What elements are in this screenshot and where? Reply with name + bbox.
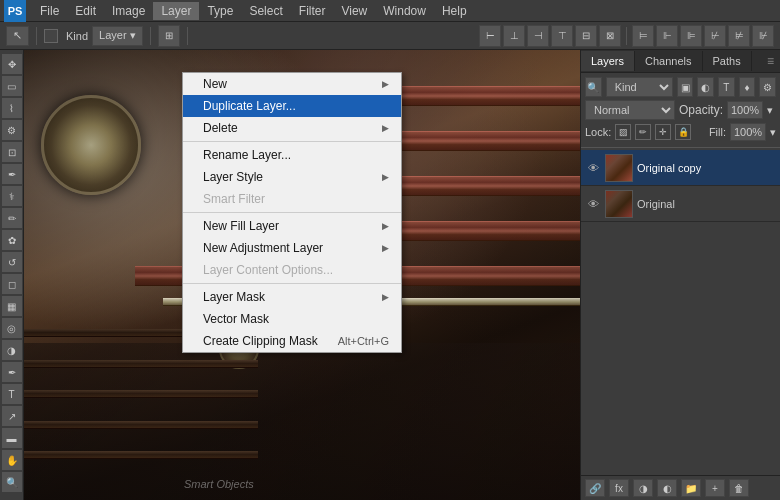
lock-position-btn[interactable]: ✛ xyxy=(655,124,671,140)
layer-item-original-copy[interactable]: 👁 Original copy xyxy=(581,150,780,186)
menu-file[interactable]: File xyxy=(32,2,67,20)
menu-type[interactable]: Type xyxy=(199,2,241,20)
layer-item-original[interactable]: 👁 Original xyxy=(581,186,780,222)
link-layers-btn[interactable]: 🔗 xyxy=(585,479,605,497)
menu-item-style[interactable]: Layer Style ▶ xyxy=(183,166,401,188)
align-top-btn[interactable]: ⊤ xyxy=(551,25,573,47)
menu-item-new[interactable]: New ▶ xyxy=(183,73,401,95)
menu-item-layer-mask[interactable]: Layer Mask ▶ xyxy=(183,286,401,308)
menu-item-rename[interactable]: Rename Layer... xyxy=(183,144,401,166)
delete-layer-btn[interactable]: 🗑 xyxy=(729,479,749,497)
dodge-tool[interactable]: ◑ xyxy=(2,340,22,360)
menu-item-delete[interactable]: Delete ▶ xyxy=(183,117,401,139)
kind-select[interactable]: Kind xyxy=(606,77,673,97)
distribute-left-btn[interactable]: ⊨ xyxy=(632,25,654,47)
path-select-tool[interactable]: ↗ xyxy=(2,406,22,426)
new-adjustment-btn[interactable]: ◐ xyxy=(657,479,677,497)
fill-dropdown-arrow[interactable]: ▾ xyxy=(770,126,776,139)
layer-list: 👁 Original copy 👁 Original xyxy=(581,150,780,475)
menu-item-duplicate-label: Duplicate Layer... xyxy=(203,99,296,113)
lasso-tool[interactable]: ⌇ xyxy=(2,98,22,118)
blend-mode-select[interactable]: Normal xyxy=(585,100,675,120)
menu-item-delete-label: Delete xyxy=(203,121,238,135)
auto-select-checkbox[interactable] xyxy=(44,29,58,43)
align-middle-btn[interactable]: ⊟ xyxy=(575,25,597,47)
gradient-tool[interactable]: ▦ xyxy=(2,296,22,316)
heal-tool[interactable]: ⚕ xyxy=(2,186,22,206)
distribute-middle-btn[interactable]: ⊭ xyxy=(728,25,750,47)
clone-tool[interactable]: ✿ xyxy=(2,230,22,250)
move-tool[interactable]: ✥ xyxy=(2,54,22,74)
menu-sep-2 xyxy=(183,212,401,213)
eyedropper-tool[interactable]: ✒ xyxy=(2,164,22,184)
layer-visibility-original-copy[interactable]: 👁 xyxy=(585,160,601,176)
menu-layer[interactable]: Layer xyxy=(153,2,199,20)
layer-thumb-inner-original-copy xyxy=(606,155,632,181)
shape-tool[interactable]: ▬ xyxy=(2,428,22,448)
distribute-right-btn[interactable]: ⊫ xyxy=(680,25,702,47)
align-right-btn[interactable]: ⊣ xyxy=(527,25,549,47)
blur-tool[interactable]: ◎ xyxy=(2,318,22,338)
history-tool[interactable]: ↺ xyxy=(2,252,22,272)
menu-item-delete-arrow: ▶ xyxy=(382,123,389,133)
menu-select[interactable]: Select xyxy=(241,2,290,20)
menu-filter[interactable]: Filter xyxy=(291,2,334,20)
filter-smart-btn[interactable]: ⚙ xyxy=(759,77,776,97)
menu-help[interactable]: Help xyxy=(434,2,475,20)
tab-channels[interactable]: Channels xyxy=(635,51,702,71)
filter-shape-btn[interactable]: ♦ xyxy=(739,77,756,97)
marquee-tool[interactable]: ▭ xyxy=(2,76,22,96)
crop-tool[interactable]: ⊡ xyxy=(2,142,22,162)
menu-item-duplicate[interactable]: Duplicate Layer... xyxy=(183,95,401,117)
menu-window[interactable]: Window xyxy=(375,2,434,20)
filter-adjust-btn[interactable]: ◐ xyxy=(697,77,714,97)
show-transform-btn[interactable]: ⊞ xyxy=(158,25,180,47)
panel-divider xyxy=(581,147,780,148)
menu-item-new-arrow: ▶ xyxy=(382,79,389,89)
toolbar-separator-4 xyxy=(626,27,627,45)
new-layer-btn[interactable]: + xyxy=(705,479,725,497)
layer-visibility-original[interactable]: 👁 xyxy=(585,196,601,212)
panel-expand-btn[interactable]: ≡ xyxy=(761,50,780,72)
opacity-input[interactable] xyxy=(727,101,763,119)
menu-image[interactable]: Image xyxy=(104,2,153,20)
filter-pixel-btn[interactable]: ▣ xyxy=(677,77,694,97)
menu-item-adjustment[interactable]: New Adjustment Layer ▶ xyxy=(183,237,401,259)
menu-view[interactable]: View xyxy=(333,2,375,20)
menu-item-clipping-mask[interactable]: Create Clipping Mask Alt+Ctrl+G xyxy=(183,330,401,352)
align-icons: ⊢ ⊥ ⊣ ⊤ ⊟ ⊠ ⊨ ⊩ ⊫ ⊬ ⊭ ⊮ xyxy=(479,25,774,47)
distribute-center-btn[interactable]: ⊩ xyxy=(656,25,678,47)
lock-all-btn[interactable]: 🔒 xyxy=(675,124,691,140)
add-style-btn[interactable]: fx xyxy=(609,479,629,497)
menu-item-fill-layer[interactable]: New Fill Layer ▶ xyxy=(183,215,401,237)
auto-select-type[interactable]: Layer ▾ xyxy=(92,26,143,46)
pen-tool[interactable]: ✒ xyxy=(2,362,22,382)
filter-type-btn[interactable]: T xyxy=(718,77,735,97)
eraser-tool[interactable]: ◻ xyxy=(2,274,22,294)
lock-image-btn[interactable]: ✏ xyxy=(635,124,651,140)
new-group-btn[interactable]: 📁 xyxy=(681,479,701,497)
type-tool[interactable]: T xyxy=(2,384,22,404)
brush-tool[interactable]: ✏ xyxy=(2,208,22,228)
search-icon[interactable]: 🔍 xyxy=(585,77,602,97)
zoom-tool[interactable]: 🔍 xyxy=(2,472,22,492)
add-mask-btn[interactable]: ◑ xyxy=(633,479,653,497)
fill-input[interactable] xyxy=(730,123,766,141)
opacity-dropdown-arrow[interactable]: ▾ xyxy=(767,104,773,117)
align-left-btn[interactable]: ⊢ xyxy=(479,25,501,47)
menu-item-vector-mask-label: Vector Mask xyxy=(203,312,269,326)
quick-select-tool[interactable]: ⚙ xyxy=(2,120,22,140)
tab-paths[interactable]: Paths xyxy=(703,51,752,71)
distribute-top-btn[interactable]: ⊬ xyxy=(704,25,726,47)
menu-item-vector-mask[interactable]: Vector Mask xyxy=(183,308,401,330)
move-tool-btn[interactable]: ↖ xyxy=(6,26,29,46)
menu-edit[interactable]: Edit xyxy=(67,2,104,20)
hand-tool[interactable]: ✋ xyxy=(2,450,22,470)
right-panel: Layers Channels Paths ≡ 🔍 Kind ▣ ◐ T ♦ ⚙ xyxy=(580,50,780,500)
tab-layers[interactable]: Layers xyxy=(581,51,635,71)
lock-transparent-btn[interactable]: ▨ xyxy=(615,124,631,140)
distribute-bottom-btn[interactable]: ⊮ xyxy=(752,25,774,47)
layer-thumb-original-copy xyxy=(605,154,633,182)
align-center-btn[interactable]: ⊥ xyxy=(503,25,525,47)
align-bottom-btn[interactable]: ⊠ xyxy=(599,25,621,47)
